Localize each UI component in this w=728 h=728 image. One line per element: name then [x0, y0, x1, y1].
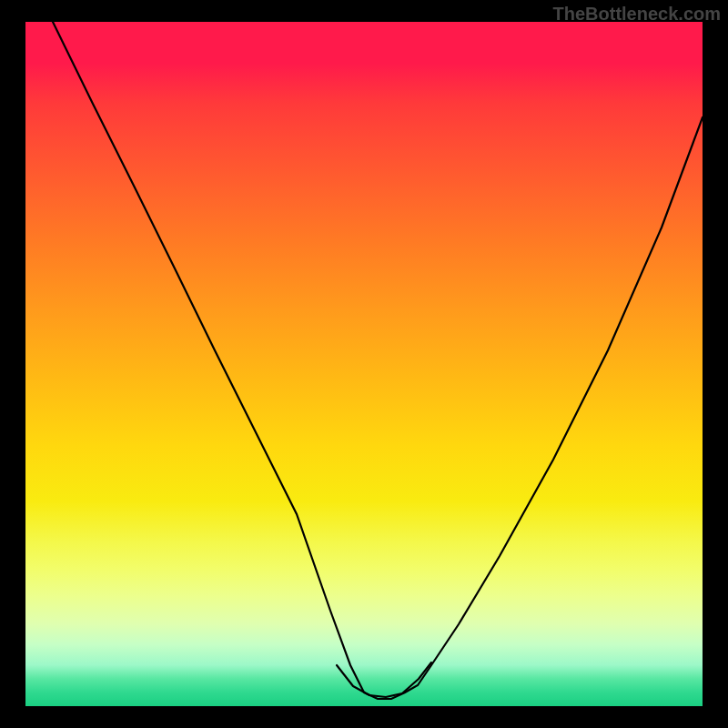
- plot-area: [25, 22, 703, 706]
- bottleneck-curve: [53, 22, 703, 699]
- bottleneck-chart: [25, 22, 703, 706]
- chart-stage: TheBottleneck.com: [0, 0, 728, 728]
